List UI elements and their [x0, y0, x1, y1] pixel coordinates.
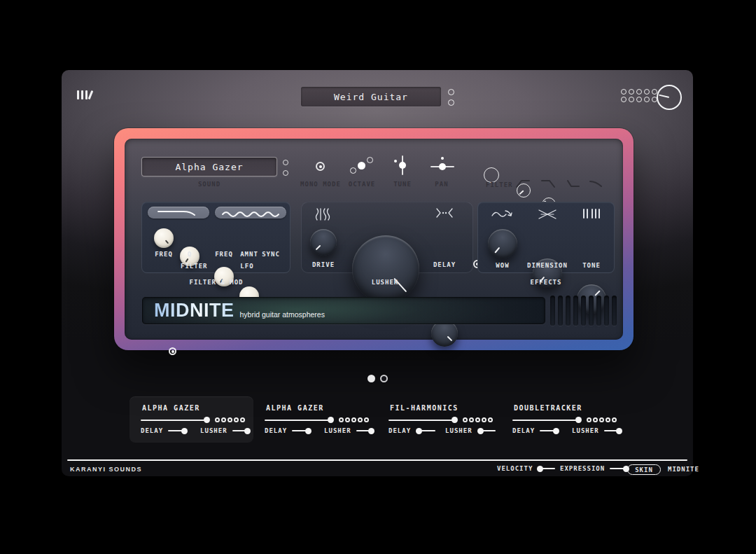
sound-next-button[interactable] — [283, 160, 288, 165]
product-name-footer: MIDNITE — [668, 466, 699, 473]
lowshelf-curve-icon[interactable] — [566, 179, 580, 188]
filter-mod-section-label: FILTER & MOD — [167, 279, 265, 286]
preset-card-doubletracker[interactable]: DOUBLETRACKER DELAY LUSHER — [501, 396, 625, 443]
pan-label: PAN — [414, 181, 470, 188]
effects-panel: WOW DIMENSION TONE — [477, 202, 615, 273]
product-banner: MIDNITE hybrid guitar atmospheres — [142, 297, 545, 324]
drive-label: DRIVE — [307, 261, 340, 268]
pan-slider[interactable] — [430, 155, 454, 176]
lusher-section-label: LUSHER — [350, 279, 420, 286]
product-tagline: hybrid guitar atmospheres — [240, 310, 325, 319]
plugin-window: Weird Guitar Alpha Gazer SOUND MONO MODE… — [62, 70, 693, 476]
preset-prev-button[interactable] — [448, 99, 454, 106]
delay-label: DELAY — [428, 261, 461, 268]
filter-freq-knob[interactable] — [154, 228, 174, 248]
expression-control: EXPRESSION — [560, 465, 629, 472]
skin-button-label: SKIN — [635, 466, 653, 473]
preset-display[interactable]: Weird Guitar — [301, 87, 441, 106]
card-main-slider[interactable] — [141, 417, 245, 423]
filter-mod-panel: FREQ Q FREQ AMNT SYNC FILTER LFO — [141, 202, 290, 273]
card-delay-label: DELAY — [265, 427, 287, 434]
effects-section-label: EFFECTS — [497, 279, 595, 286]
dimension-icon — [537, 208, 558, 221]
mono-mode-toggle[interactable] — [316, 162, 325, 171]
lfo-freq-label: FREQ — [210, 251, 238, 258]
lfo-shape-button[interactable] — [215, 207, 286, 219]
device-panel: Alpha Gazer SOUND MONO MODE OCTAVE TUNE — [125, 139, 623, 340]
grid-dot[interactable] — [629, 97, 634, 102]
preset-next-button[interactable] — [448, 89, 454, 95]
page-dot-inactive[interactable] — [380, 375, 388, 382]
sound-display[interactable]: Alpha Gazer — [141, 157, 277, 176]
lfo-sync-label: SYNC — [257, 251, 285, 258]
brand-name: KARANYI SOUNDS — [70, 466, 142, 473]
card-delay-label: DELAY — [512, 427, 535, 434]
page-dot-active[interactable] — [368, 375, 375, 382]
drive-knob[interactable] — [310, 229, 337, 256]
brand-logo-icon — [77, 90, 92, 102]
lowpass-curve-icon[interactable] — [540, 179, 556, 188]
filter-q-label: Q — [176, 251, 204, 258]
wow-icon — [491, 208, 514, 221]
filter-section-toggle[interactable] — [169, 347, 176, 355]
grid-dot[interactable] — [644, 97, 650, 102]
preset-card-alpha-gazer-1[interactable]: ALPHA GAZER DELAY LUSHER — [130, 396, 253, 443]
preset-name: Weird Guitar — [334, 92, 408, 102]
card-lusher-label: LUSHER — [324, 427, 351, 434]
sound-name: Alpha Gazer — [175, 162, 243, 172]
card-lusher-label: LUSHER — [572, 427, 599, 434]
wow-label: WOW — [486, 262, 519, 269]
card-title: DOUBLETRACKER — [514, 404, 582, 412]
lfo-section-label: LFO — [233, 263, 261, 270]
expression-label: EXPRESSION — [560, 465, 605, 472]
card-lusher-label: LUSHER — [200, 427, 227, 434]
vent-grill — [550, 296, 617, 326]
grid-dot[interactable] — [621, 89, 626, 95]
card-title: ALPHA GAZER — [266, 404, 324, 412]
grid-dot[interactable] — [636, 97, 642, 102]
page-indicator — [368, 375, 388, 382]
filter-shape-button[interactable] — [148, 207, 209, 219]
grid-dot[interactable] — [636, 89, 642, 95]
filter-section-label: FILTER — [181, 263, 216, 270]
filter-type-knob-off[interactable] — [484, 167, 499, 183]
sound-label: SOUND — [141, 181, 277, 188]
lusher-knob[interactable] — [352, 235, 419, 303]
card-main-slider[interactable] — [265, 417, 369, 423]
dimension-label: DIMENSION — [519, 262, 575, 269]
preset-card-alpha-gazer-2[interactable]: ALPHA GAZER DELAY LUSHER — [253, 396, 377, 443]
velocity-label: VELOCITY — [497, 465, 533, 472]
card-main-slider[interactable] — [512, 417, 617, 423]
octave-control[interactable] — [347, 155, 375, 175]
tone-icon — [582, 207, 603, 220]
preset-card-fil-harmonics[interactable]: FIL-HARMONICS DELAY LUSHER — [377, 396, 501, 443]
grid-dot[interactable] — [644, 89, 650, 95]
grid-dot[interactable] — [621, 97, 626, 102]
tone-label: TONE — [575, 262, 608, 269]
highpass-curve-icon[interactable] — [515, 179, 531, 188]
card-title: FIL-HARMONICS — [390, 404, 458, 412]
device-frame: Alpha Gazer SOUND MONO MODE OCTAVE TUNE — [114, 128, 634, 350]
grid-dot[interactable] — [629, 89, 634, 95]
card-lusher-label: LUSHER — [445, 427, 472, 434]
sine-wave-icon — [220, 209, 281, 217]
card-delay-label: DELAY — [141, 427, 163, 434]
filter-freq-label: FREQ — [150, 251, 178, 258]
velocity-control: VELOCITY — [497, 465, 555, 472]
tilt-curve-icon[interactable] — [589, 179, 603, 188]
card-delay-label: DELAY — [388, 427, 411, 434]
tune-slider[interactable] — [392, 155, 413, 176]
sound-prev-button[interactable] — [283, 170, 288, 176]
lusher-zone: DRIVE DELAY — [301, 202, 473, 273]
product-title: MIDNITE — [154, 301, 234, 320]
delay-icon — [435, 206, 454, 220]
master-volume-knob[interactable] — [657, 85, 682, 110]
card-title: ALPHA GAZER — [142, 404, 200, 412]
drive-icon — [314, 207, 332, 222]
output-grid-icon — [621, 89, 657, 102]
card-main-slider[interactable] — [388, 417, 493, 423]
skin-button[interactable]: SKIN — [627, 464, 661, 475]
footer-divider — [67, 459, 687, 461]
wow-knob[interactable] — [488, 229, 517, 258]
lowpass-shape-icon — [154, 209, 203, 217]
